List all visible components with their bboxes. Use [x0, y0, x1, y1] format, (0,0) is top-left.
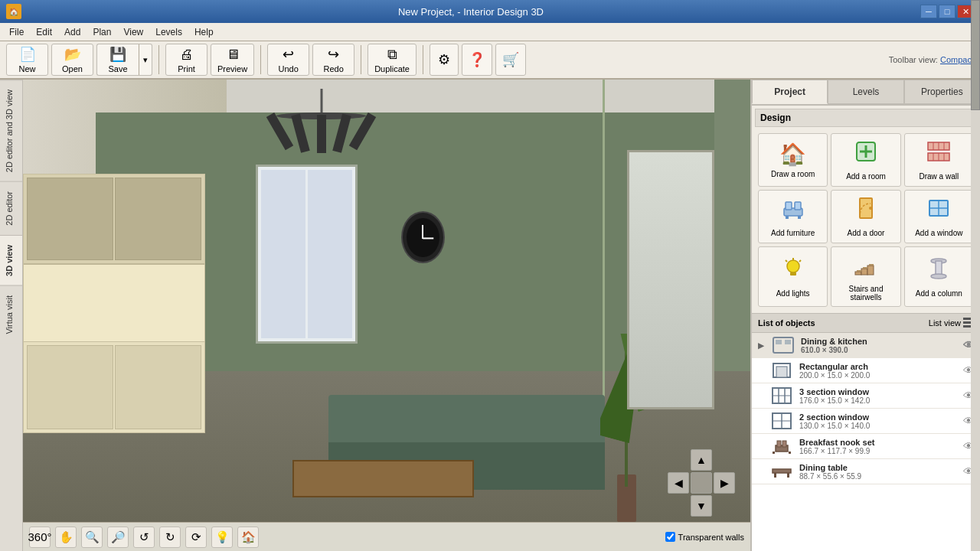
toolbar-separator-3: [361, 45, 361, 74]
view-360-button[interactable]: 360°: [29, 527, 51, 548]
add-room-label: Add a room: [846, 172, 886, 181]
obj-icon-3sec-window: [770, 386, 793, 405]
rotate-right-button[interactable]: ↻: [159, 527, 181, 548]
svg-rect-54: [789, 452, 791, 454]
list-item-dining-table[interactable]: Dining table 88.7 × 55.6 × 55.9 👁: [752, 459, 980, 484]
menubar: File Edit Add Plan View Levels Help: [0, 23, 980, 41]
list-item-breakfast-nook[interactable]: Breakfast nook set 166.7 × 117.7 × 99.9 …: [752, 434, 980, 459]
panel-tabs: Project Levels Properties: [752, 80, 980, 106]
main-layout: 2D editor and 3D view 2D editor 3D view …: [0, 80, 980, 551]
save-label: Save: [108, 64, 127, 73]
shop-button[interactable]: 🛒: [495, 44, 526, 76]
stairs-button[interactable]: Stairs and stairwells: [831, 246, 900, 307]
pan-button[interactable]: ✋: [55, 527, 77, 548]
settings-button[interactable]: ⚙: [430, 44, 459, 76]
undo-label: Undo: [278, 64, 298, 73]
orbit-button[interactable]: ⟳: [185, 527, 207, 548]
menu-levels[interactable]: Levels: [149, 25, 188, 39]
compact-link[interactable]: Compact: [940, 55, 974, 64]
home-view-icon: 🏠: [241, 530, 256, 544]
add-window-button[interactable]: Add a window: [904, 190, 974, 243]
add-door-button[interactable]: Add a door: [831, 190, 900, 243]
add-column-button[interactable]: Add a column: [904, 246, 974, 307]
help-icon: ❓: [469, 51, 485, 68]
print-button[interactable]: 🖨 Print: [165, 44, 207, 76]
scrollbar-track: [971, 313, 980, 551]
save-button[interactable]: 💾 Save: [96, 44, 139, 76]
draw-room-button[interactable]: 🏠 Draw a room: [758, 133, 828, 187]
redo-button[interactable]: ↪ Redo: [312, 44, 354, 76]
home-view-button[interactable]: 🏠: [237, 527, 259, 548]
orbit-icon: ⟳: [191, 530, 201, 544]
add-lights-button[interactable]: Add lights: [758, 246, 828, 307]
nav-center-button[interactable]: [691, 472, 712, 494]
viewport[interactable]: ▲ ◀ ▶ ▼ 360° ✋ 🔍 🔎 ↺: [23, 80, 750, 551]
obj-info-rect-arch: Rectangular arch 200.0 × 15.0 × 200.0: [799, 362, 957, 380]
side-tab-2d-3d[interactable]: 2D editor and 3D view: [0, 80, 22, 181]
tab-levels[interactable]: Levels: [828, 80, 903, 104]
light-button[interactable]: 💡: [211, 527, 233, 548]
svg-rect-53: [773, 452, 775, 454]
add-room-button[interactable]: Add a room: [831, 133, 900, 187]
zoom-in-button[interactable]: 🔎: [107, 527, 129, 548]
svg-point-17: [869, 207, 872, 210]
duplicate-button[interactable]: ⧉ Duplicate: [368, 44, 416, 76]
menu-help[interactable]: Help: [188, 25, 220, 39]
draw-wall-button[interactable]: Draw a wall: [904, 133, 974, 187]
add-column-icon: [926, 256, 951, 286]
list-view-button[interactable]: List view: [929, 317, 974, 329]
group-expand-icon: ▶: [758, 341, 764, 350]
list-item-dining-kitchen[interactable]: ▶ Dining & kitchen 610.0 × 390.0 👁: [752, 333, 980, 358]
nav-down-button[interactable]: ▼: [691, 495, 712, 517]
right-window: [627, 150, 714, 409]
help-button[interactable]: ❓: [462, 44, 492, 76]
svg-line-25: [799, 260, 801, 262]
rotate-left-icon: ↺: [139, 530, 149, 544]
view-360-icon: 360°: [28, 530, 51, 543]
side-tab-2d[interactable]: 2D editor: [0, 181, 22, 235]
design-section: Design 🏠 Draw a room Add a room: [752, 106, 980, 313]
side-tab-3d[interactable]: 3D view: [0, 235, 22, 285]
menu-plan[interactable]: Plan: [87, 25, 117, 39]
list-item-rect-arch[interactable]: Rectangular arch 200.0 × 15.0 × 200.0 👁: [752, 358, 980, 383]
side-tab-virtual[interactable]: Virtua visit: [0, 285, 22, 344]
transparent-walls-label[interactable]: Transparent walls: [678, 533, 744, 542]
list-item-2sec-window[interactable]: 2 section window 130.0 × 15.0 × 140.0 👁: [752, 409, 980, 434]
nav-right-button[interactable]: ▶: [714, 472, 735, 494]
open-button[interactable]: 📂 Open: [51, 44, 93, 76]
obj-size-rect-arch: 200.0 × 15.0 × 200.0: [799, 371, 957, 380]
minimize-button[interactable]: ─: [920, 5, 937, 18]
chandelier: [241, 89, 401, 174]
preview-button[interactable]: 🖥 Preview: [211, 44, 254, 76]
list-item-3sec-window[interactable]: 3 section window 176.0 × 15.0 × 142.0 👁: [752, 383, 980, 409]
design-section-title: Design: [755, 109, 977, 127]
menu-file[interactable]: File: [3, 25, 30, 39]
undo-button[interactable]: ↩ Undo: [267, 44, 309, 76]
add-column-label: Add a column: [916, 289, 962, 298]
new-button[interactable]: 📄 New: [6, 44, 48, 76]
window-back: [256, 165, 358, 344]
tab-properties[interactable]: Properties: [904, 80, 980, 104]
maximize-button[interactable]: □: [939, 5, 956, 18]
open-icon: 📂: [64, 46, 81, 63]
obj-name-3sec-window: 3 section window: [799, 387, 957, 396]
shop-icon: 🛒: [502, 51, 519, 68]
toolbar-separator-4: [423, 45, 423, 74]
save-dropdown-button[interactable]: ▾: [139, 44, 152, 76]
menu-view[interactable]: View: [117, 25, 149, 39]
zoom-out-button[interactable]: 🔍: [81, 527, 103, 548]
add-furniture-button[interactable]: Add furniture: [758, 190, 828, 243]
toolbar-view-label: Toolbar view:: [889, 55, 938, 64]
menu-add[interactable]: Add: [58, 25, 87, 39]
nav-left-button[interactable]: ◀: [668, 472, 689, 494]
transparent-walls-checkbox[interactable]: [665, 532, 675, 542]
toolbar: 📄 New 📂 Open 💾 Save ▾ 🖨 Print 🖥 Preview …: [0, 41, 980, 80]
objects-list[interactable]: ▶ Dining & kitchen 610.0 × 390.0 👁: [752, 333, 980, 551]
duplicate-label: Duplicate: [374, 64, 410, 73]
menu-edit[interactable]: Edit: [30, 25, 58, 39]
rotate-left-button[interactable]: ↺: [133, 527, 155, 548]
tab-project[interactable]: Project: [752, 80, 828, 104]
light-icon: 💡: [215, 530, 230, 544]
draw-room-icon: 🏠: [779, 142, 806, 167]
nav-up-button[interactable]: ▲: [691, 449, 712, 471]
